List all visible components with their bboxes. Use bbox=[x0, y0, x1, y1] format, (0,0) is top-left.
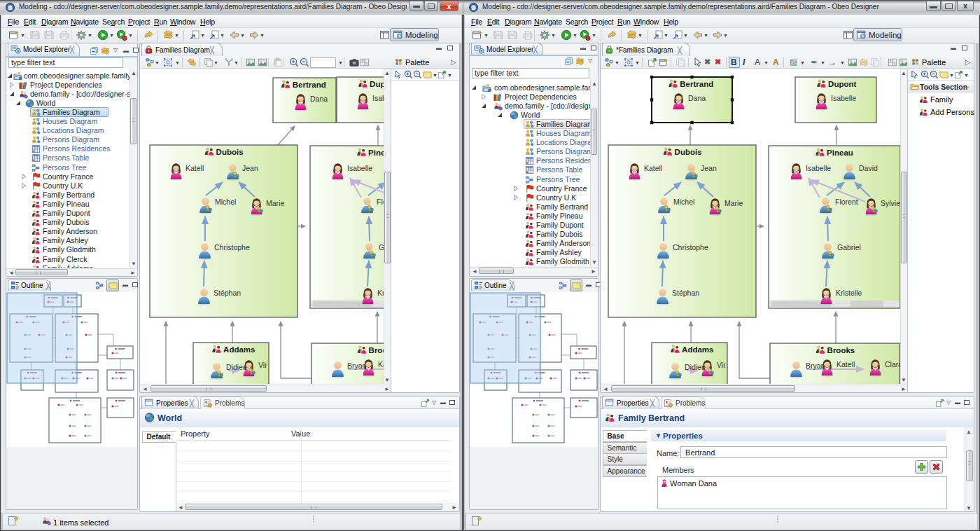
svg-text:Katell: Katell bbox=[836, 360, 855, 368]
svg-text:Dubois: Dubois bbox=[216, 148, 244, 156]
svg-text:Pineau: Pineau bbox=[368, 149, 384, 157]
svg-text:Dupont: Dupont bbox=[370, 80, 384, 88]
svg-text:Florent: Florent bbox=[377, 198, 384, 206]
svg-text:Dubois: Dubois bbox=[675, 148, 702, 156]
svg-text:Dupont: Dupont bbox=[828, 80, 856, 88]
svg-text:Didier: Didier bbox=[685, 363, 704, 371]
svg-text:Didier: Didier bbox=[226, 363, 246, 371]
svg-text:Florent: Florent bbox=[835, 198, 858, 206]
svg-text:Bryan: Bryan bbox=[347, 361, 367, 370]
svg-text:Isabelle: Isabelle bbox=[347, 164, 372, 172]
svg-text:Stéphan: Stéphan bbox=[672, 289, 699, 297]
svg-text:Bertrand: Bertrand bbox=[680, 80, 713, 88]
svg-text:Sylvie: Sylvie bbox=[881, 199, 900, 207]
svg-text:Katell: Katell bbox=[378, 360, 384, 368]
svg-text:Marie: Marie bbox=[724, 199, 743, 207]
svg-text:Brooks: Brooks bbox=[827, 346, 855, 354]
svg-text:Dana: Dana bbox=[688, 94, 706, 102]
svg-text:Marie: Marie bbox=[266, 199, 284, 207]
svg-text:Isabelle: Isabelle bbox=[806, 164, 831, 172]
svg-text:Brooks: Brooks bbox=[369, 346, 384, 354]
svg-text:Addams: Addams bbox=[223, 345, 255, 354]
svg-text:Gabriel: Gabriel bbox=[379, 243, 384, 251]
svg-text:Christophe: Christophe bbox=[214, 243, 250, 251]
svg-text:Katell: Katell bbox=[186, 164, 204, 172]
svg-text:Pineau: Pineau bbox=[827, 149, 853, 157]
svg-text:Bertrand: Bertrand bbox=[293, 81, 326, 89]
svg-text:Vir: Vir bbox=[717, 361, 726, 369]
svg-text:Isabelle: Isabelle bbox=[831, 94, 856, 102]
svg-text:Addams: Addams bbox=[682, 345, 713, 354]
svg-text:Dana: Dana bbox=[310, 95, 328, 103]
svg-text:Isabelle: Isabelle bbox=[372, 94, 384, 102]
svg-text:Christophe: Christophe bbox=[673, 243, 708, 251]
svg-text:Jean: Jean bbox=[701, 164, 717, 172]
svg-text:Kristelle: Kristelle bbox=[377, 289, 384, 297]
svg-text:David: David bbox=[859, 164, 878, 172]
svg-text:Michel: Michel bbox=[215, 198, 236, 206]
svg-text:Clara: Clara bbox=[885, 360, 900, 368]
svg-text:Katell: Katell bbox=[644, 164, 662, 172]
svg-text:Vir: Vir bbox=[258, 361, 267, 369]
svg-text:Stéphan: Stéphan bbox=[214, 289, 241, 297]
svg-text:Michel: Michel bbox=[673, 198, 694, 206]
svg-text:Bryan: Bryan bbox=[806, 361, 825, 370]
svg-text:Kristelle: Kristelle bbox=[836, 289, 862, 297]
svg-text:Jean: Jean bbox=[242, 164, 258, 172]
svg-text:Gabriel: Gabriel bbox=[837, 243, 861, 251]
